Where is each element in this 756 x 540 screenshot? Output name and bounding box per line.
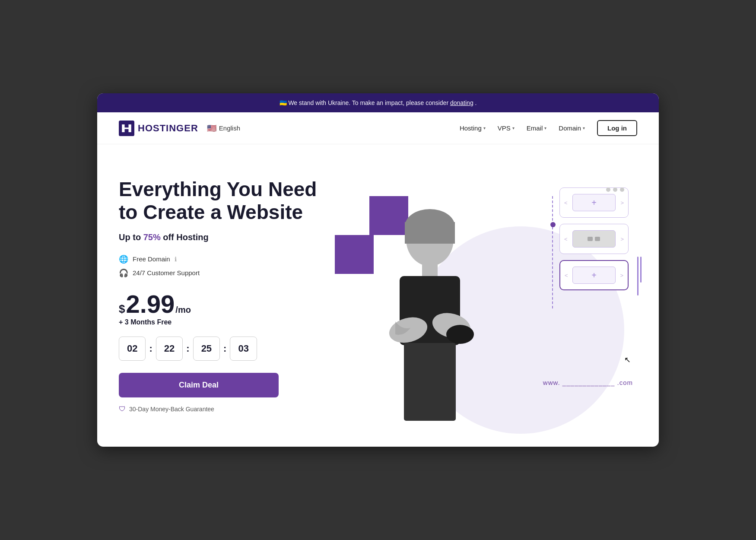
navbar-right: Hosting ▾ VPS ▾ Email ▾ Domain ▾ Log in (460, 120, 637, 136)
nav-item-hosting[interactable]: Hosting ▾ (460, 124, 486, 132)
price-display: $ 2.99 /mo (119, 292, 335, 317)
svg-rect-3 (405, 222, 455, 244)
countdown-seconds: 03 (230, 337, 257, 361)
feature-support-text: 24/7 Customer Support (133, 269, 200, 276)
hero-title: Everything You Need to Create a Website (119, 178, 335, 224)
domain-blank: _____________ (562, 379, 615, 386)
countdown-hours: 22 (156, 337, 183, 361)
vertical-lines (637, 257, 642, 295)
banner-text: We stand with Ukraine. To make an impact… (288, 99, 448, 106)
banner-suffix: . (475, 99, 477, 106)
svg-rect-4 (422, 264, 438, 277)
hero-illustration: < + > < > < + > (335, 170, 637, 421)
features-list: 🌐 Free Domain ℹ 🎧 24/7 Customer Support (119, 254, 335, 278)
price-section: $ 2.99 /mo + 3 Months Free (119, 292, 335, 326)
cursor-icon: ↖ (624, 355, 631, 365)
banner-link[interactable]: donating (450, 99, 473, 106)
shield-icon: 🛡 (119, 405, 126, 413)
card-inner-1: + (572, 194, 616, 211)
logo-text: HOSTINGER (138, 123, 198, 134)
vline-2 (640, 257, 642, 283)
headset-icon: 🎧 (119, 268, 128, 278)
navbar: HOSTINGER 🇺🇸 English Hosting ▾ VPS ▾ Ema… (97, 112, 659, 144)
feature-domain-text: Free Domain (133, 255, 170, 263)
banner-flag: 🇺🇦 (280, 99, 287, 106)
card-nav-left-1: < (564, 200, 568, 206)
countdown-sep-2: : (186, 343, 189, 354)
card-inner-3: + (572, 267, 616, 284)
countdown-days: 02 (119, 337, 146, 361)
dashed-line (552, 196, 553, 308)
dot-accent (550, 222, 556, 227)
price-amount: 2.99 (126, 292, 175, 317)
logo-icon (119, 121, 134, 136)
card-nav-right-3: > (620, 272, 623, 279)
card-nav-right-1: > (620, 200, 624, 206)
feature-domain: 🌐 Free Domain ℹ (119, 254, 335, 264)
subtitle-pct: 75% (143, 232, 161, 242)
ui-cards: < + > < > < + > (559, 187, 629, 290)
info-icon: ℹ (175, 256, 177, 263)
nav-item-domain[interactable]: Domain ▾ (559, 124, 585, 132)
domain-bar: www. _____________ .com (543, 379, 633, 386)
money-back-guarantee: 🛡 30-Day Money-Back Guarantee (119, 405, 335, 413)
nav-item-email[interactable]: Email ▾ (527, 124, 547, 132)
nav-item-vps[interactable]: VPS ▾ (498, 124, 515, 132)
chevron-down-icon: ▾ (583, 126, 585, 130)
card-nav-left-2: < (564, 236, 568, 242)
card-inner-2 (572, 230, 616, 248)
countdown-sep-3: : (223, 343, 226, 354)
subtitle-post: off Hosting (161, 232, 209, 242)
browser-window: 🇺🇦 We stand with Ukraine. To make an imp… (97, 93, 659, 447)
countdown-sep-1: : (149, 343, 152, 354)
chevron-down-icon: ▾ (512, 126, 515, 130)
browser-dot-3 (620, 187, 624, 192)
nav-email-label: Email (527, 124, 543, 132)
svg-rect-11 (595, 237, 600, 241)
cta-button[interactable]: Claim Deal (119, 373, 279, 397)
person-image (361, 196, 499, 421)
countdown-minutes: 25 (193, 337, 220, 361)
chevron-down-icon: ▾ (483, 126, 486, 130)
money-back-text: 30-Day Money-Back Guarantee (129, 406, 214, 413)
login-button[interactable]: Log in (597, 120, 637, 136)
hero-subtitle: Up to 75% off Hosting (119, 232, 335, 242)
countdown-timer: 02 : 22 : 25 : 03 (119, 337, 335, 361)
nav-domain-label: Domain (559, 124, 581, 132)
svg-point-8 (446, 325, 474, 344)
svg-rect-9 (404, 343, 456, 421)
nav-vps-label: VPS (498, 124, 511, 132)
vline-1 (637, 257, 638, 295)
subtitle-pre: Up to (119, 232, 143, 242)
svg-rect-10 (588, 237, 593, 241)
navbar-left: HOSTINGER 🇺🇸 English (119, 121, 240, 136)
browser-dot-1 (606, 187, 610, 192)
logo[interactable]: HOSTINGER (119, 121, 198, 136)
hero-left: Everything You Need to Create a Website … (119, 178, 335, 413)
card-nav-left-3: < (565, 272, 568, 279)
lang-flag: 🇺🇸 (207, 124, 216, 133)
globe-icon: 🌐 (119, 254, 128, 264)
ukraine-banner: 🇺🇦 We stand with Ukraine. To make an imp… (97, 93, 659, 112)
lang-label: English (219, 124, 240, 132)
chevron-down-icon: ▾ (544, 126, 546, 130)
card-nav-right-2: > (620, 236, 624, 242)
ui-card-3: < + > (559, 260, 629, 290)
ui-card-2: < > (559, 224, 629, 254)
domain-www: www. (543, 379, 560, 386)
ui-card-1: < + > (559, 187, 629, 218)
domain-com: .com (617, 379, 633, 386)
price-note: + 3 Months Free (119, 318, 335, 326)
nav-hosting-label: Hosting (460, 124, 482, 132)
feature-support: 🎧 24/7 Customer Support (119, 268, 335, 278)
browser-dots (606, 187, 624, 192)
hero-section: Everything You Need to Create a Website … (97, 144, 659, 447)
language-selector[interactable]: 🇺🇸 English (207, 124, 240, 133)
price-dollar: $ (119, 302, 125, 316)
browser-dot-2 (613, 187, 617, 192)
price-mo: /mo (175, 305, 191, 315)
